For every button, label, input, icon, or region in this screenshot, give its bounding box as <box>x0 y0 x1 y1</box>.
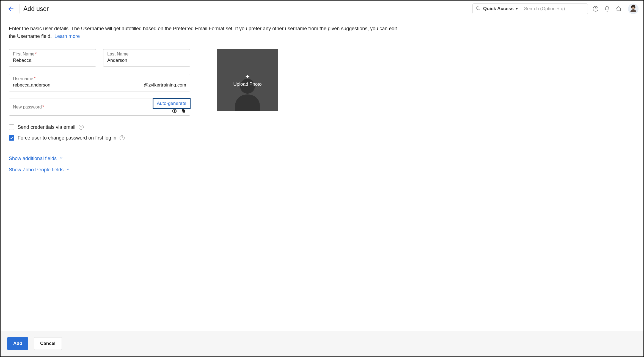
add-button[interactable]: Add <box>7 337 28 350</box>
help-icon[interactable]: ? <box>79 125 84 130</box>
force-change-row: Force user to change password on first l… <box>9 135 190 141</box>
send-credentials-row: Send credentials via email ? <box>9 124 190 130</box>
cancel-button[interactable]: Cancel <box>34 337 62 350</box>
home-icon[interactable] <box>615 5 623 13</box>
search-input[interactable] <box>524 6 585 12</box>
show-additional-fields-link[interactable]: Show additional fields <box>9 156 63 161</box>
first-name-label: First Name* <box>13 52 92 57</box>
quick-access-label: Quick Access <box>483 6 514 12</box>
show-additional-label: Show additional fields <box>9 156 57 161</box>
help-icon[interactable] <box>592 5 599 13</box>
back-button[interactable] <box>5 4 15 14</box>
force-change-checkbox[interactable] <box>9 135 14 141</box>
auto-generate-button[interactable]: Auto-generate <box>153 98 191 109</box>
last-name-input[interactable] <box>107 57 186 64</box>
last-name-field[interactable]: Last Name <box>103 49 190 67</box>
svg-point-4 <box>595 10 596 10</box>
chevron-down-icon <box>66 167 70 173</box>
send-credentials-label: Send credentials via email <box>18 124 75 130</box>
upload-photo-button[interactable]: + Upload Photo <box>217 49 278 111</box>
content-area: Enter the basic user details. The Userna… <box>1 17 643 331</box>
intro-text: Enter the basic user details. The Userna… <box>9 25 405 40</box>
username-input[interactable] <box>13 82 144 88</box>
eye-icon[interactable] <box>172 109 177 113</box>
svg-point-1 <box>476 7 479 10</box>
footer: Add Cancel <box>1 331 643 356</box>
plus-icon: + <box>245 73 249 80</box>
chevron-down-icon <box>59 156 63 161</box>
divider <box>19 4 20 13</box>
svg-point-7 <box>174 110 175 111</box>
learn-more-link[interactable]: Learn more <box>54 34 80 39</box>
password-label: New password* <box>13 105 44 110</box>
bell-icon[interactable] <box>603 5 611 13</box>
show-people-label: Show Zoho People fields <box>9 167 64 173</box>
quick-access-dropdown[interactable]: Quick Access ▼ <box>483 6 518 12</box>
domain-suffix: @zylkertraining.com <box>144 82 186 88</box>
help-icon[interactable]: ? <box>120 135 125 140</box>
user-avatar[interactable] <box>628 4 639 14</box>
divider <box>521 6 521 12</box>
svg-line-2 <box>479 9 480 10</box>
search-icon <box>475 6 480 12</box>
show-zoho-people-fields-link[interactable]: Show Zoho People fields <box>9 167 190 173</box>
first-name-field[interactable]: First Name* <box>9 49 96 67</box>
page-title: Add user <box>23 5 49 13</box>
last-name-label: Last Name <box>107 52 186 57</box>
force-change-label: Force user to change password on first l… <box>18 135 116 141</box>
username-label: Username* <box>13 76 186 81</box>
send-credentials-checkbox[interactable] <box>9 124 14 130</box>
first-name-input[interactable] <box>13 57 92 64</box>
upload-photo-label: Upload Photo <box>233 82 262 87</box>
username-field[interactable]: Username* @zylkertraining.com <box>9 74 190 91</box>
topbar: Add user Quick Access ▼ <box>1 1 643 17</box>
copy-icon[interactable] <box>181 109 186 113</box>
caret-down-icon: ▼ <box>515 7 518 10</box>
search-box[interactable]: Quick Access ▼ <box>472 3 588 14</box>
